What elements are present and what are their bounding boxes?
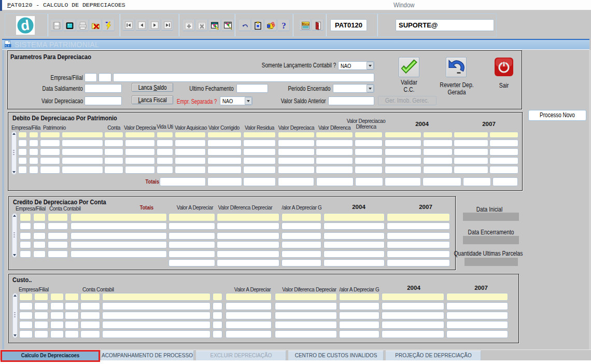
svg-text:?: ? (282, 21, 286, 30)
svg-text:Meru: Meru (302, 22, 309, 25)
